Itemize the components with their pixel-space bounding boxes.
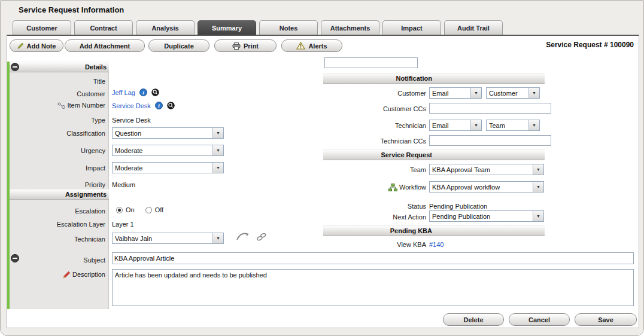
type-label: Type	[10, 117, 105, 124]
title-label: Title	[10, 78, 105, 85]
type-value: Service Desk	[112, 117, 151, 124]
details-section-header: Details	[10, 62, 109, 72]
subject-label: Subject	[10, 256, 105, 264]
item-number-label: Item Number	[10, 102, 105, 109]
tab-attachments[interactable]: Attachments	[321, 20, 379, 35]
technician-ccs-label: Technician CCs	[324, 138, 426, 145]
tab-notes[interactable]: Notes	[259, 20, 318, 35]
page-title: Service Request Information	[19, 5, 124, 14]
edit-pencil-icon[interactable]	[63, 271, 71, 279]
info-icon[interactable]: i	[155, 102, 163, 109]
notification-customer-label: Customer	[324, 90, 426, 97]
title-input[interactable]	[324, 57, 418, 68]
technician-ccs-input[interactable]	[429, 135, 551, 146]
duplicate-button[interactable]: Duplicate	[148, 39, 209, 52]
unassign-technician-icon[interactable]	[255, 232, 268, 242]
chevron-down-icon: ▼	[212, 145, 223, 155]
workflow-select[interactable]: KBA Approval workflow▼	[429, 181, 544, 193]
view-kba-link[interactable]: #140	[429, 241, 443, 248]
info-icon[interactable]: i	[139, 88, 147, 96]
assignments-section-header: Assignments	[10, 189, 109, 200]
workflow-label: Workflow	[324, 184, 426, 191]
urgency-select[interactable]: Moderate▼	[112, 145, 224, 156]
notification-section-header: Notification	[323, 73, 545, 84]
collapse-details-button[interactable]	[11, 63, 19, 71]
priority-value: Medium	[112, 181, 135, 189]
subject-input[interactable]	[112, 252, 634, 264]
technician-select[interactable]: Vaibhav Jain▼	[112, 233, 224, 244]
chevron-down-icon: ▼	[212, 233, 223, 243]
customer-ccs-input[interactable]	[429, 103, 551, 114]
customer-value-row: Jeff Lag i	[112, 88, 159, 96]
tab-customer[interactable]: Customer	[13, 20, 71, 35]
view-kba-label: View KBA	[324, 241, 426, 249]
urgency-label: Urgency	[10, 147, 105, 155]
customer-link[interactable]: Jeff Lag	[112, 89, 135, 96]
customer-ccs-label: Customer CCs	[324, 105, 426, 113]
workflow-icon	[388, 184, 397, 191]
customer-notify-method-select[interactable]: Email▼	[429, 87, 482, 99]
chevron-down-icon: ▼	[212, 163, 223, 173]
status-label: Status	[324, 203, 426, 210]
item-number-link[interactable]: Service Desk	[112, 102, 151, 109]
escalation-label: Escalation	[10, 207, 105, 215]
chevron-down-icon: ▼	[470, 120, 481, 130]
save-button[interactable]: Save	[575, 313, 637, 326]
technician-notify-method-select[interactable]: Email▼	[429, 120, 482, 131]
customer-notify-target-select[interactable]: Customer▼	[486, 87, 540, 99]
add-attachment-button[interactable]: Add Attachment	[65, 39, 145, 52]
item-number-value-row: Service Desk i	[112, 102, 175, 109]
classification-select[interactable]: Question▼	[112, 127, 224, 139]
request-number: Service Request # 100090	[546, 41, 634, 49]
impact-select[interactable]: Moderate▼	[112, 162, 224, 173]
next-action-select[interactable]: Pending Publication▼	[429, 210, 544, 222]
status-value: Pending Publication	[429, 203, 487, 210]
escalation-radio-group: On Off	[116, 206, 163, 213]
chevron-down-icon: ▼	[533, 211, 543, 221]
priority-label: Priority	[10, 181, 105, 189]
search-icon[interactable]	[167, 102, 175, 109]
chevron-down-icon: ▼	[528, 120, 539, 130]
tab-contract[interactable]: Contract	[74, 20, 133, 35]
escalation-on-radio[interactable]	[116, 207, 123, 213]
tab-summary[interactable]: Summary	[198, 20, 256, 35]
printer-icon	[232, 42, 241, 50]
item-relationship-icon	[57, 102, 65, 109]
escalation-layer-value: Layer 1	[112, 221, 134, 228]
customer-label: Customer	[10, 90, 105, 98]
print-button[interactable]: Print	[214, 39, 277, 52]
service-request-window: Service Request Information Customer Con…	[0, 0, 644, 336]
chevron-down-icon: ▼	[533, 164, 543, 175]
team-label: Team	[324, 166, 426, 174]
service-request-section-header: Service Request	[323, 149, 545, 160]
tab-audit-trail[interactable]: Audit Trail	[444, 20, 503, 35]
team-select[interactable]: KBA Approval Team▼	[429, 164, 544, 175]
impact-label: Impact	[10, 164, 105, 172]
alerts-button[interactable]: Alerts	[281, 39, 342, 52]
add-note-button[interactable]: Add Note	[10, 39, 63, 52]
chevron-down-icon: ▼	[528, 88, 539, 98]
escalation-off-label: Off	[155, 206, 163, 213]
alert-triangle-icon	[296, 42, 305, 50]
classification-label: Classification	[10, 130, 105, 138]
technician-notify-target-select[interactable]: Team▼	[486, 120, 540, 131]
description-label: Description	[10, 271, 105, 279]
cancel-button[interactable]: Cancel	[509, 313, 570, 326]
description-textarea[interactable]: Article has been updated and needs to be…	[112, 269, 634, 306]
chevron-down-icon: ▼	[212, 128, 223, 138]
tab-analysis[interactable]: Analysis	[136, 20, 195, 35]
chevron-down-icon: ▼	[533, 182, 543, 192]
next-action-label: Next Action	[324, 213, 426, 221]
escalation-layer-label: Escalation Layer	[10, 221, 105, 228]
delete-button[interactable]: Delete	[443, 313, 504, 326]
pending-kba-section-header: Pending KBA	[323, 225, 545, 236]
reassign-technician-icon[interactable]	[236, 231, 250, 242]
notification-technician-label: Technician	[324, 122, 426, 130]
search-icon[interactable]	[151, 88, 159, 96]
tab-bar: Customer Contract Analysis Summary Notes…	[13, 20, 503, 35]
tab-impact[interactable]: Impact	[382, 20, 441, 35]
content-area: Add Note Add Attachment Duplicate Print …	[7, 35, 639, 328]
escalation-off-radio[interactable]	[145, 207, 152, 213]
chevron-down-icon: ▼	[470, 88, 481, 98]
note-pencil-icon	[17, 42, 24, 49]
